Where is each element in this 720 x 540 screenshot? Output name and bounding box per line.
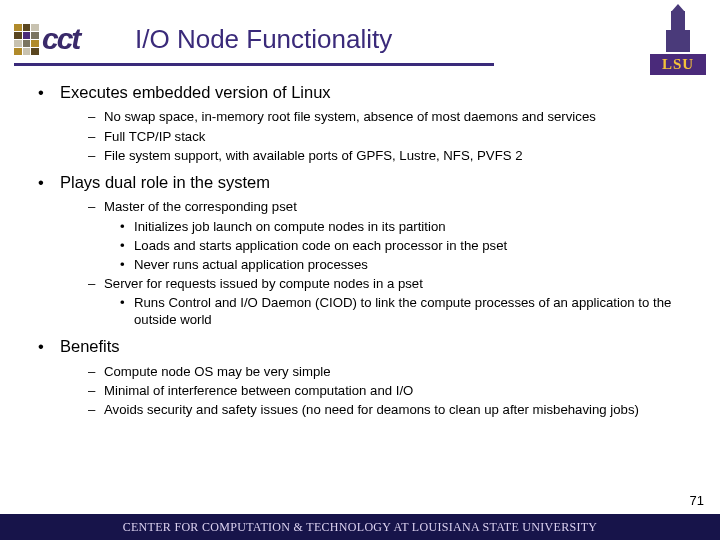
page-number: 71	[690, 493, 704, 508]
dash-bullet: Avoids security and safety issues (no ne…	[30, 401, 690, 418]
slide-title: I/O Node Functionality	[135, 24, 392, 55]
title-underline	[14, 63, 494, 66]
dash-bullet: Master of the corresponding pset	[30, 198, 690, 215]
dash-bullet: File system support, with available port…	[30, 147, 690, 164]
dash-bullet: No swap space, in-memory root file syste…	[30, 108, 690, 125]
lsu-label: LSU	[650, 54, 706, 75]
cct-logo: cct	[14, 22, 114, 56]
dot-bullet: Never runs actual application processes	[30, 256, 690, 273]
cct-logo-text: cct	[42, 22, 79, 56]
dash-bullet: Compute node OS may be very simple	[30, 363, 690, 380]
slide-body: Executes embedded version of LinuxNo swa…	[30, 80, 690, 420]
section-head: Benefits	[30, 336, 690, 357]
section-head: Plays dual role in the system	[30, 172, 690, 193]
cct-grid-icon	[14, 24, 40, 56]
dash-bullet: Server for requests issued by compute no…	[30, 275, 690, 292]
section-head: Executes embedded version of Linux	[30, 82, 690, 103]
dash-bullet: Full TCP/IP stack	[30, 128, 690, 145]
slide-header: cct I/O Node Functionality LSU	[0, 0, 720, 68]
dot-bullet: Loads and starts application code on eac…	[30, 237, 690, 254]
tower-icon	[663, 4, 693, 52]
footer-bar: CENTER FOR COMPUTATION & TECHNOLOGY AT L…	[0, 514, 720, 540]
dot-bullet: Initializes job launch on compute nodes …	[30, 218, 690, 235]
dot-bullet: Runs Control and I/O Daemon (CIOD) to li…	[30, 294, 690, 328]
lsu-logo: LSU	[650, 4, 706, 75]
dash-bullet: Minimal of interference between computat…	[30, 382, 690, 399]
